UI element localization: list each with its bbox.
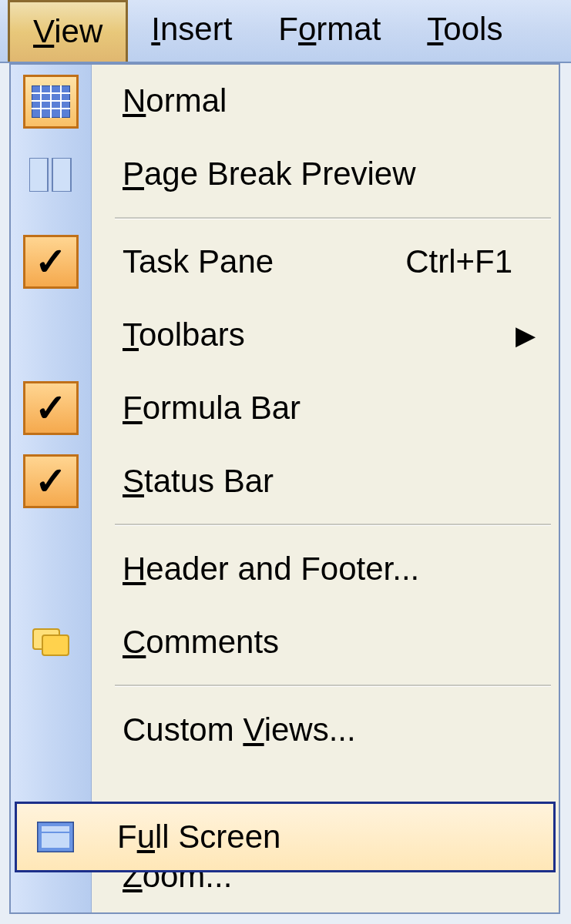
- menuitem-custom-views[interactable]: Custom Views...: [92, 693, 559, 766]
- menuitem-page-break-preview[interactable]: Page Break Preview: [92, 138, 559, 211]
- menuitem-full-screen[interactable]: Full Screen: [15, 802, 556, 872]
- menu-format[interactable]: Format: [255, 0, 404, 62]
- task-pane-check-icon: ✓: [23, 235, 79, 289]
- menu-format-label: rmat: [316, 11, 381, 47]
- formula-bar-check-icon: ✓: [23, 381, 79, 435]
- svg-rect-8: [52, 158, 71, 192]
- separator: [115, 217, 551, 219]
- full-screen-icon: [17, 804, 94, 870]
- menuitem-task-pane[interactable]: Task Pane Ctrl+F1: [92, 226, 559, 299]
- menuitem-normal[interactable]: Normal: [92, 65, 559, 138]
- menuitem-header-footer[interactable]: Header and Footer...: [92, 532, 559, 605]
- menu-tools[interactable]: Tools: [404, 0, 526, 62]
- dropdown-gutter: ✓ ✓ ✓: [11, 65, 92, 912]
- menu-view[interactable]: View: [8, 0, 128, 62]
- menu-view-label: iew: [54, 13, 102, 49]
- svg-rect-12: [42, 826, 69, 848]
- view-dropdown: ✓ ✓ ✓ Normal Page Break Preview Task: [9, 63, 560, 914]
- separator: [115, 685, 551, 687]
- page-break-preview-icon: [23, 148, 79, 202]
- svg-rect-7: [29, 158, 48, 192]
- separator: [115, 524, 551, 526]
- dropdown-items: Normal Page Break Preview Task Pane Ctrl…: [92, 65, 559, 912]
- menu-insert[interactable]: Insert: [128, 0, 255, 62]
- comments-icon: [23, 614, 79, 668]
- menuitem-comments[interactable]: Comments: [92, 605, 559, 678]
- menu-insert-label: nsert: [160, 11, 232, 47]
- menuitem-toolbars[interactable]: Toolbars ▶: [92, 299, 559, 372]
- menubar: View Insert Format Tools: [0, 0, 571, 63]
- menuitem-formula-bar[interactable]: Formula Bar: [92, 372, 559, 445]
- svg-rect-10: [42, 635, 69, 655]
- shortcut-task-pane: Ctrl+F1: [405, 243, 512, 280]
- normal-view-icon: [23, 75, 79, 129]
- submenu-arrow-icon: ▶: [516, 320, 536, 350]
- menu-tools-label: ools: [443, 11, 502, 47]
- status-bar-check-icon: ✓: [23, 454, 79, 508]
- menuitem-status-bar[interactable]: Status Bar: [92, 445, 559, 518]
